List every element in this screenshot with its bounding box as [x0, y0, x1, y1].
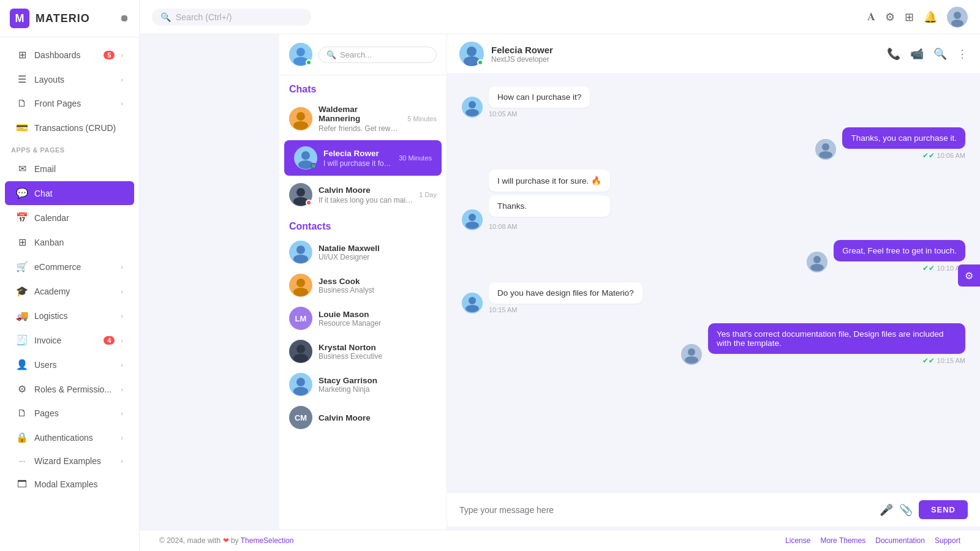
footer-documentation[interactable]: Documentation: [875, 536, 925, 545]
search-icon: 🔍: [160, 12, 171, 22]
chat-item[interactable]: Waldemar Mannering Refer friends. Get re…: [279, 99, 447, 139]
chat-header-role: NextJS developer: [491, 55, 553, 64]
chevron-right-icon: ›: [121, 410, 123, 417]
contact-item[interactable]: Natalie Maxwell UI/UX Designer: [279, 236, 447, 269]
msg-row-design: Do you have design files for Materio? 10…: [462, 282, 965, 313]
sidebar-item-calendar[interactable]: 📅Calendar: [5, 206, 134, 230]
chat-info-calvin: Calvin Moore If it takes long you can ma…: [318, 186, 413, 204]
chat-preview-calvin: If it takes long you can mail in...: [318, 196, 413, 204]
chat-search-icon: 🔍: [326, 50, 336, 59]
sidebar-item-pages[interactable]: 🗋Pages›: [5, 402, 134, 425]
svg-point-37: [469, 214, 476, 221]
msg-row-multi: I will purchase it for sure. 🔥 Thanks. 1…: [462, 170, 965, 230]
msg-bubble-1: I will purchase it for sure. 🔥: [489, 170, 610, 192]
global-search[interactable]: 🔍 Search (Ctrl+/): [152, 9, 311, 26]
msg-multi-group: I will purchase it for sure. 🔥 Thanks. 1…: [489, 170, 610, 230]
footer-brand-link[interactable]: ThemeSelection: [241, 536, 294, 545]
search-chat-icon[interactable]: 🔍: [933, 47, 947, 61]
sidebar-item-dashboards[interactable]: ⊞Dashboards5›: [5, 43, 134, 67]
contact-item-calvin-c[interactable]: CM Calvin Moore: [279, 401, 447, 434]
contact-info-calvin-c: Calvin Moore: [318, 413, 371, 422]
sidebar-item-logistics[interactable]: 🚚Logistics›: [5, 304, 134, 328]
chat-search-placeholder: Search...: [340, 50, 372, 59]
nav-label: Dashboards: [34, 50, 97, 60]
chat-meta: 5 Minutes: [407, 115, 437, 122]
chat-header-actions: 📞 📹 🔍 ⋮: [887, 47, 968, 61]
chat-meta-felecia: 30 Minutes: [399, 154, 432, 162]
contact-item-stacy[interactable]: Stacy Garrison Marketing Ninja: [279, 368, 447, 401]
user-avatar[interactable]: [947, 7, 968, 28]
video-icon[interactable]: 📹: [910, 47, 924, 61]
bell-icon[interactable]: 🔔: [924, 10, 937, 24]
sidebar-item-chat[interactable]: 💬Chat: [5, 181, 134, 205]
svg-point-17: [293, 255, 308, 263]
nav-label: Authentications: [34, 433, 115, 443]
contact-role-jess: Business Analyst: [318, 286, 374, 294]
sidebar-item-authentications[interactable]: 🔒Authentications›: [5, 425, 134, 449]
chevron-right-icon: ›: [121, 361, 123, 369]
contact-role: UI/UX Designer: [318, 253, 380, 261]
svg-point-1: [954, 12, 961, 19]
chevron-right-icon: ›: [121, 386, 123, 393]
footer-license[interactable]: License: [785, 536, 810, 545]
contact-name-stacy: Stacy Garrison: [318, 376, 377, 385]
sidebar-item-roles--permissio[interactable]: ⚙Roles & Permissio...›: [5, 377, 134, 401]
settings-icon[interactable]: ⚙: [885, 10, 895, 24]
sidebar-item-ecommerce[interactable]: 🛒eCommerce›: [5, 255, 134, 279]
message-input[interactable]: [459, 505, 873, 515]
sidebar-item-email[interactable]: ✉Email: [5, 157, 134, 181]
more-icon[interactable]: ⋮: [957, 47, 968, 61]
sidebar-item-transactions-crud[interactable]: 💳Transactions (CRUD): [5, 116, 134, 140]
attachment-icon[interactable]: 📎: [899, 503, 913, 517]
nav-label: Wizard Examples: [34, 456, 115, 466]
contact-item-krystal[interactable]: Krystal Norton Business Executive: [279, 335, 447, 368]
contact-item-jess[interactable]: Jess Cook Business Analyst: [279, 269, 447, 302]
floating-settings-button[interactable]: ⚙: [958, 264, 980, 287]
sidebar-item-academy[interactable]: 🎓Academy›: [5, 279, 134, 303]
footer-more-themes[interactable]: More Themes: [820, 536, 865, 545]
sidebar-item-layouts[interactable]: ☰Layouts›: [5, 67, 134, 91]
svg-point-4: [296, 48, 305, 56]
nav-label: eCommerce: [34, 262, 115, 272]
chat-item-active[interactable]: Felecia Rower I will purchase it for sur…: [284, 140, 442, 176]
sidebar-item-invoice[interactable]: 🧾Invoice4›: [5, 328, 134, 352]
phone-icon[interactable]: 📞: [887, 47, 900, 61]
topbar: 🔍 Search (Ctrl+/) 𝐀 ⚙ ⊞ 🔔: [140, 0, 980, 34]
nav-icon: 🚚: [16, 310, 28, 321]
send-button[interactable]: SEND: [919, 500, 968, 519]
sidebar-item-wizard-examples[interactable]: ···Wizard Examples›: [5, 450, 134, 472]
msg-group-sent: Thanks, you can purchase it. ✔✔ 10:06 AM: [842, 127, 965, 160]
contact-item-louie[interactable]: LM Louie Mason Resource Manager: [279, 302, 447, 335]
nav-icon: ⚙: [16, 383, 28, 395]
translate-icon[interactable]: 𝐀: [867, 10, 875, 23]
msg-bubble-sent: Thanks, you can purchase it.: [842, 127, 965, 149]
nav-label: Chat: [34, 189, 123, 198]
nav-icon: ⊞: [16, 236, 28, 248]
chat-header-avatar: [459, 42, 484, 66]
chat-search[interactable]: 🔍 Search...: [318, 47, 437, 63]
nav-label: Users: [34, 360, 115, 370]
footer-support[interactable]: Support: [935, 536, 960, 545]
chevron-right-icon: ›: [121, 76, 123, 83]
sidebar-item-modal-examples[interactable]: 🗖Modal Examples: [5, 473, 134, 496]
sidebar-item-kanban[interactable]: ⊞Kanban: [5, 230, 134, 254]
chat-item-calvin[interactable]: Calvin Moore If it takes long you can ma…: [279, 177, 447, 212]
grid-icon[interactable]: ⊞: [905, 10, 914, 24]
msg-group-sent-3: Yes that's correct documentation file, D…: [708, 323, 965, 365]
chevron-right-icon: ›: [121, 457, 123, 465]
check-icon-3: ✔✔: [922, 356, 935, 365]
record-icon[interactable]: ⏺: [119, 13, 129, 24]
sidebar-item-front-pages[interactable]: 🗋Front Pages›: [5, 92, 134, 115]
contact-role-krystal: Business Executive: [318, 352, 382, 361]
nav-icon: 🗋: [16, 408, 28, 419]
app-name: MATERIO: [36, 12, 90, 25]
sidebar-item-users[interactable]: 👤Users›: [5, 353, 134, 377]
svg-point-40: [813, 256, 821, 263]
chat-avatar-calvin: [289, 183, 312, 206]
microphone-icon[interactable]: 🎤: [880, 503, 893, 517]
chevron-right-icon: ›: [121, 434, 123, 441]
svg-point-38: [466, 222, 479, 229]
contact-name-louie: Louie Mason: [318, 310, 381, 319]
chats-section-title: Chats: [279, 75, 447, 99]
contact-info-krystal: Krystal Norton Business Executive: [318, 343, 382, 361]
